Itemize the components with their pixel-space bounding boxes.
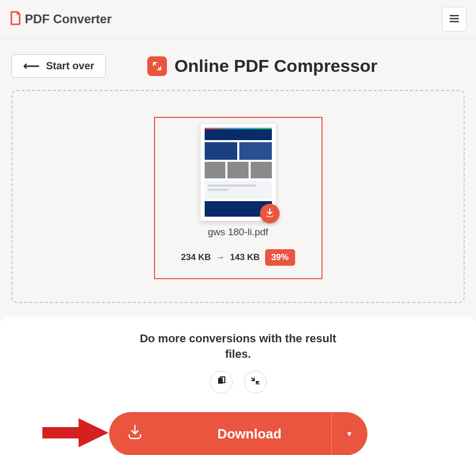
download-row: Download ▼ (0, 412, 476, 455)
size-after: 143 KB (230, 252, 260, 263)
page-title-text: Online PDF Compressor (174, 56, 377, 76)
compress-icon (147, 56, 167, 76)
download-button[interactable]: Download ▼ (109, 412, 367, 455)
file-size-row: 234 KB → 143 KB 39% (161, 249, 315, 266)
more-conversions-text: Do more conversions with the result file… (130, 331, 347, 361)
file-card[interactable]: gws 180-li.pdf 234 KB → 143 KB 39% (154, 117, 323, 279)
toolbar: ⟵ Start over Online PDF Compressor (0, 39, 476, 90)
download-icon (265, 208, 274, 219)
app-header: PDF Converter (0, 0, 476, 39)
download-icon (128, 424, 142, 444)
compress-more-button[interactable] (244, 371, 267, 393)
copy-button[interactable] (210, 371, 233, 393)
pointer-arrow-annotation (42, 418, 109, 449)
arrow-right-icon: → (216, 252, 225, 263)
file-dropzone[interactable]: gws 180-li.pdf 234 KB → 143 KB 39% (11, 90, 465, 303)
svg-rect-0 (450, 15, 459, 17)
file-name: gws 180-li.pdf (161, 226, 315, 238)
size-before: 234 KB (181, 252, 211, 263)
action-icons (0, 371, 476, 393)
brand-logo[interactable]: PDF Converter (9, 11, 112, 27)
bottom-panel: Do more conversions with the result file… (0, 316, 476, 455)
caret-down-icon: ▼ (346, 430, 353, 438)
compress-arrows-icon (251, 376, 260, 388)
page-title: Online PDF Compressor (147, 56, 377, 76)
svg-rect-5 (42, 427, 81, 438)
menu-button[interactable] (442, 7, 467, 32)
svg-rect-1 (450, 18, 459, 19)
copy-icon (217, 376, 226, 388)
start-over-label: Start over (46, 60, 94, 72)
download-file-icon-button[interactable] (260, 204, 280, 223)
start-over-button[interactable]: ⟵ Start over (11, 54, 106, 78)
arrow-left-icon: ⟵ (23, 60, 40, 72)
brand-name: PDF Converter (25, 12, 112, 26)
file-thumbnail (200, 123, 277, 221)
download-dropdown-toggle[interactable]: ▼ (331, 412, 367, 455)
reduction-badge: 39% (265, 249, 295, 266)
logo-icon (9, 11, 22, 27)
download-label: Download (189, 426, 331, 442)
hamburger-icon (450, 13, 459, 25)
svg-rect-2 (450, 21, 459, 22)
svg-marker-6 (79, 418, 109, 447)
